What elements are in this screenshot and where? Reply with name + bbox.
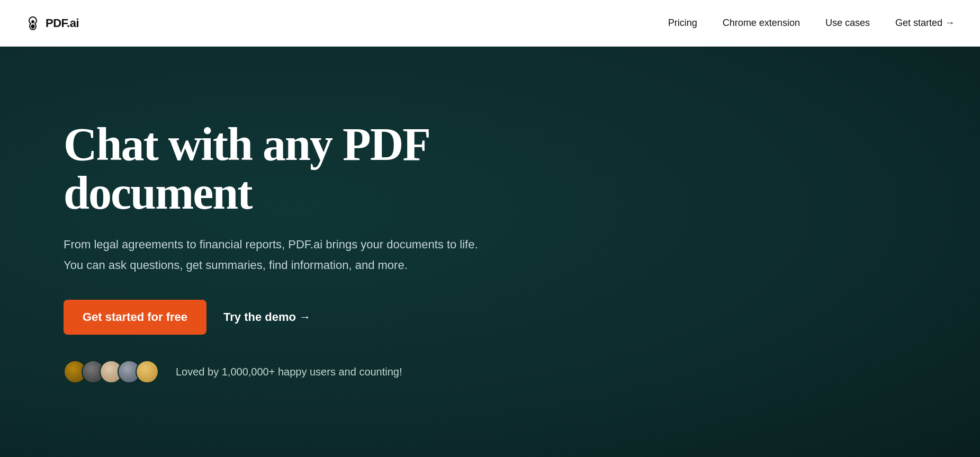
nav-chrome-extension[interactable]: Chrome extension: [723, 17, 800, 29]
nav-links: Pricing Chrome extension Use cases Get s…: [668, 17, 955, 29]
navbar: PDF.ai Pricing Chrome extension Use case…: [0, 0, 980, 47]
logo-icon: [25, 16, 40, 31]
hero-section: Chat with any PDF document From legal ag…: [0, 47, 980, 457]
social-proof: Loved by 1,000,000+ happy users and coun…: [64, 360, 540, 383]
hero-subtitle-line2: You can ask questions, get summaries, fi…: [64, 256, 540, 274]
hero-title: Chat with any PDF document: [64, 120, 540, 218]
hero-buttons: Get started for free Try the demo →: [64, 300, 540, 335]
avatar: [136, 360, 159, 383]
logo[interactable]: PDF.ai: [25, 16, 79, 31]
try-demo-button[interactable]: Try the demo →: [223, 310, 311, 324]
hero-subtitle-line1: From legal agreements to financial repor…: [64, 235, 540, 254]
nav-pricing[interactable]: Pricing: [668, 17, 697, 29]
logo-text: PDF.ai: [46, 16, 79, 30]
hero-content: Chat with any PDF document From legal ag…: [64, 120, 540, 383]
avatar-group: [64, 360, 159, 383]
hero-subtitle: From legal agreements to financial repor…: [64, 235, 540, 274]
nav-get-started[interactable]: Get started →: [895, 17, 955, 29]
get-started-button[interactable]: Get started for free: [64, 300, 206, 335]
social-proof-text: Loved by 1,000,000+ happy users and coun…: [176, 366, 402, 378]
nav-use-cases[interactable]: Use cases: [825, 17, 870, 29]
